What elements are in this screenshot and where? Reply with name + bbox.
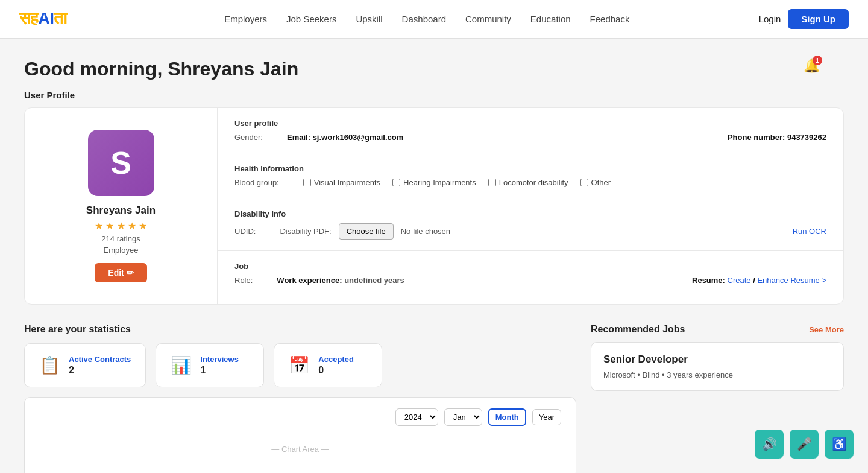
enhance-resume-link[interactable]: Enhance Resume > — [757, 276, 826, 285]
page-top: Good morning, Shreyans Jain 🔔 1 — [24, 58, 844, 90]
login-button[interactable]: Login — [759, 14, 781, 24]
disability-row: UDID: Disability PDF: Choose file No fil… — [234, 223, 826, 240]
run-ocr-button[interactable]: Run OCR — [793, 227, 826, 236]
profile-stars: ★ ★ ★ ★ ★ — [95, 220, 148, 232]
gender-field: Gender: — [234, 133, 263, 142]
signup-button[interactable]: Sign Up — [788, 9, 849, 29]
locomotor-disability-checkbox[interactable]: Locomotor disability — [488, 178, 568, 187]
notification-bell[interactable]: 🔔 1 — [804, 58, 820, 74]
no-file-label: No file chosen — [401, 227, 450, 236]
nav-employers[interactable]: Employers — [224, 14, 267, 24]
health-title: Health Information — [234, 164, 826, 173]
hearing-impairments-checkbox[interactable]: Hearing Impairments — [392, 178, 476, 187]
main-content: Good morning, Shreyans Jain 🔔 1 User Pro… — [0, 39, 868, 473]
interviews-value: 1 — [200, 365, 239, 376]
interviews-label: Interviews — [200, 355, 239, 364]
nav-links: Employers Job Seekers Upskill Dashboard … — [95, 14, 759, 24]
chart-controls: 2024 Jan Month Year — [39, 408, 561, 426]
stat-card-interviews: 📊 Interviews 1 — [156, 343, 264, 387]
speaker-fab[interactable]: 🔊 — [755, 430, 784, 459]
nav-job-seekers[interactable]: Job Seekers — [286, 14, 336, 24]
chart-section: 2024 Jan Month Year — Chart Area — — [24, 397, 576, 473]
choose-file-button[interactable]: Choose file — [339, 223, 394, 240]
notification-badge: 1 — [813, 56, 822, 65]
user-profile-label: User Profile — [24, 90, 844, 100]
navbar: सहAIता Employers Job Seekers Upskill Das… — [0, 0, 868, 39]
user-profile-title: User profile — [234, 119, 826, 128]
blood-group-label: Blood group: — [234, 178, 279, 187]
stat-info-accepted: Accepted 0 — [318, 355, 354, 376]
active-contracts-icon: 📋 — [39, 355, 60, 375]
stat-card-accepted: 📅 Accepted 0 — [274, 343, 382, 387]
stats-cards: 📋 Active Contracts 2 📊 Interviews 1 📅 — [24, 343, 576, 387]
disability-pdf-label: Disability PDF: — [280, 227, 331, 236]
nav-community[interactable]: Community — [465, 14, 511, 24]
accepted-label: Accepted — [318, 355, 354, 364]
phone-value: 943739262 — [787, 133, 826, 142]
udid-label: UDID: — [234, 227, 256, 236]
year-view-button[interactable]: Year — [532, 409, 561, 425]
health-checkboxes: Visual Impairments Hearing Impairments L… — [303, 178, 611, 187]
profile-card: S Shreyans Jain ★ ★ ★ ★ ★ 214 ratings Em… — [24, 107, 844, 305]
role-label: Role: — [234, 276, 253, 285]
nav-dashboard[interactable]: Dashboard — [402, 14, 446, 24]
stat-info-interviews: Interviews 1 — [200, 355, 239, 376]
job-title-0: Senior Developer — [603, 354, 831, 366]
job-section: Job Role: Work experience: undefined yea… — [218, 251, 843, 296]
chart-placeholder: — Chart Area — — [39, 431, 561, 467]
stats-header: Here are your statistics — [24, 324, 576, 335]
email-value: sj.work1603@gmail.com — [313, 133, 404, 142]
profile-right: User profile Gender: Email: sj.work1603@… — [218, 108, 843, 304]
stats-recommended-row: Here are your statistics 📋 Active Contra… — [24, 324, 844, 473]
profile-ratings: 214 ratings — [101, 234, 140, 243]
recommended-header: Recommended Jobs See More — [591, 324, 844, 335]
greeting: Good morning, Shreyans Jain — [24, 58, 298, 80]
mic-fab[interactable]: 🎤 — [790, 430, 819, 459]
phone-field: Phone number: 943739262 — [728, 133, 826, 142]
accessibility-fab[interactable]: ♿ — [825, 430, 854, 459]
year-select[interactable]: 2024 — [395, 408, 438, 426]
email-field: Email: sj.work1603@gmail.com — [287, 133, 403, 142]
recommended-title: Recommended Jobs — [591, 324, 685, 335]
interviews-icon: 📊 — [171, 355, 192, 375]
job-row: Role: Work experience: undefined years R… — [234, 276, 826, 285]
month-select[interactable]: Jan — [444, 408, 482, 426]
user-profile-row: Gender: Email: sj.work1603@gmail.com Pho… — [234, 133, 826, 142]
logo-part2: AI — [38, 9, 54, 28]
stat-card-active-contracts: 📋 Active Contracts 2 — [24, 343, 146, 387]
job-card-0: Senior Developer Microsoft • Blind • 3 y… — [591, 342, 844, 391]
active-contracts-label: Active Contracts — [69, 355, 131, 364]
logo[interactable]: सहAIता — [19, 9, 66, 29]
create-resume-link[interactable]: Create — [728, 276, 751, 285]
work-exp-field: Work experience: undefined years — [277, 276, 404, 285]
stats-column: Here are your statistics 📋 Active Contra… — [24, 324, 576, 473]
fab-group: 🔊 🎤 ♿ — [755, 430, 854, 459]
nav-upskill[interactable]: Upskill — [356, 14, 382, 24]
logo-part1: सह — [19, 9, 38, 28]
profile-role: Employee — [104, 246, 139, 255]
month-view-button[interactable]: Month — [488, 408, 526, 426]
health-row: Blood group: Visual Impairments Hearing … — [234, 178, 826, 187]
disability-section: Disability info UDID: Disability PDF: Ch… — [218, 198, 843, 251]
health-section: Health Information Blood group: Visual I… — [218, 153, 843, 198]
profile-left: S Shreyans Jain ★ ★ ★ ★ ★ 214 ratings Em… — [25, 108, 218, 304]
nav-feedback[interactable]: Feedback — [590, 14, 630, 24]
nav-actions: Login Sign Up — [759, 9, 849, 29]
disability-file-row: Disability PDF: Choose file No file chos… — [280, 223, 450, 240]
job-tags-0: Microsoft • Blind • 3 years experience — [603, 370, 831, 379]
accepted-value: 0 — [318, 365, 354, 376]
visual-impairments-checkbox[interactable]: Visual Impairments — [303, 178, 380, 187]
job-title: Job — [234, 262, 826, 271]
work-exp-value: undefined years — [344, 276, 404, 285]
disability-title: Disability info — [234, 209, 826, 218]
profile-name: Shreyans Jain — [86, 205, 156, 217]
logo-part3: ता — [54, 9, 66, 28]
see-more-button[interactable]: See More — [809, 325, 844, 334]
edit-button[interactable]: Edit ✏ — [95, 263, 146, 282]
resume-field: Resume: Create / Enhance Resume > — [692, 276, 826, 285]
active-contracts-value: 2 — [69, 365, 131, 376]
nav-education[interactable]: Education — [530, 14, 571, 24]
other-checkbox[interactable]: Other — [580, 178, 611, 187]
accepted-icon: 📅 — [289, 355, 310, 375]
user-profile-section: User profile Gender: Email: sj.work1603@… — [218, 108, 843, 153]
